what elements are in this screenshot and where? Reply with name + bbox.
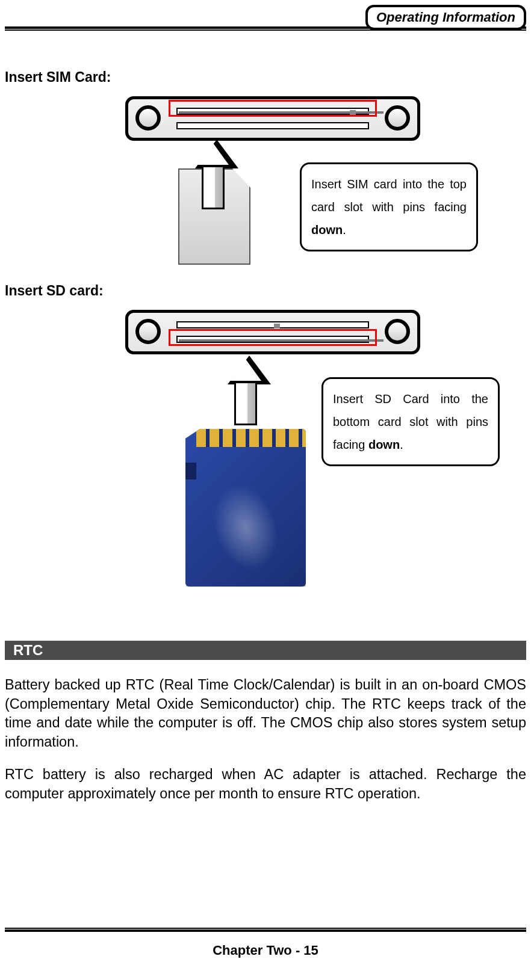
page-footer: Chapter Two - 15 <box>5 928 526 958</box>
footer-text: Chapter Two - 15 <box>5 943 526 958</box>
sim-callout-text: Insert SIM card into the top card slot w… <box>311 177 467 214</box>
sim-figure: Insert SIM card into the top card slot w… <box>5 96 526 277</box>
device-left-circle-icon <box>135 105 161 131</box>
sd-callout-bold: down <box>368 438 400 451</box>
sim-section-title: Insert SIM Card: <box>5 69 526 85</box>
sd-card-icon <box>185 429 306 587</box>
sd-lock-notch-icon <box>185 463 196 479</box>
rtc-section-bar: RTC <box>5 641 526 660</box>
sd-section-title: Insert SD card: <box>5 283 526 299</box>
device-right-circle-icon <box>385 319 410 344</box>
device-right-circle-icon <box>385 105 410 131</box>
sd-shine <box>196 467 296 587</box>
up-arrow-icon <box>195 140 231 209</box>
highlight-top-slot <box>169 100 377 117</box>
sd-callout-post: . <box>400 438 403 451</box>
bottom-rule <box>5 928 526 932</box>
rtc-paragraph-2: RTC battery is also recharged when AC ad… <box>5 765 526 803</box>
highlight-bottom-slot <box>169 329 377 346</box>
sim-callout-bold: down <box>311 223 343 236</box>
sd-callout: Insert SD Card into the bottom card slot… <box>321 377 500 466</box>
sim-callout-post: . <box>343 223 346 236</box>
sd-callout-text: Insert SD Card into the bottom card slot… <box>333 392 488 451</box>
bottom-card-slot <box>176 122 369 129</box>
sd-contacts-icon <box>196 429 306 447</box>
rtc-paragraph-1: Battery backed up RTC (Real Time Clock/C… <box>5 676 526 752</box>
device-left-circle-icon <box>135 319 161 344</box>
sim-callout: Insert SIM card into the top card slot w… <box>300 162 478 251</box>
sd-figure: Insert SD Card into the bottom card slot… <box>5 310 526 629</box>
header-tag: Operating Information <box>365 5 526 30</box>
slot-cap <box>274 324 280 328</box>
up-arrow-icon <box>228 356 264 425</box>
top-card-slot <box>176 321 369 328</box>
